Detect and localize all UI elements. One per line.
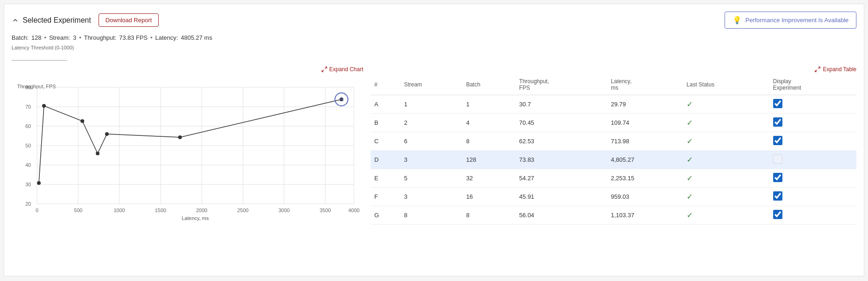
throughput-value: 73.83 FPS	[119, 34, 148, 41]
col-stream: Stream	[400, 74, 462, 95]
cell-id: F	[371, 188, 400, 206]
cell-stream: 8	[400, 206, 462, 225]
col-batch: Batch	[462, 74, 515, 95]
table-row: D312873.834,805.27✓	[371, 151, 856, 169]
cell-throughput: 62.53	[515, 132, 607, 151]
cell-id: C	[371, 132, 400, 151]
title-section: Selected Experiment	[12, 16, 91, 24]
display-checkbox[interactable]	[773, 154, 782, 164]
svg-text:50: 50	[25, 143, 31, 148]
cell-stream[interactable]: 1	[400, 95, 462, 114]
table-row: A1130.729.79✓	[371, 95, 856, 114]
expand-table-arrows-icon	[814, 66, 821, 73]
svg-text:Throughput, FPS: Throughput, FPS	[17, 84, 56, 89]
expand-arrows-icon	[321, 66, 328, 73]
svg-point-39	[105, 132, 109, 136]
display-checkbox[interactable]	[773, 191, 782, 201]
checkmark-icon: ✓	[687, 193, 693, 201]
page-container: Selected Experiment Download Report 💡 Pe…	[4, 4, 864, 276]
svg-point-38	[96, 152, 99, 155]
cell-batch[interactable]: 16	[462, 188, 515, 206]
table-header: # Stream Batch Throughput,FPS Latency,ms…	[371, 74, 856, 95]
threshold-label: Latency Threshold (0-1000)	[12, 45, 856, 50]
cell-display[interactable]	[769, 132, 856, 151]
svg-point-36	[42, 104, 46, 108]
col-id: #	[371, 74, 400, 95]
cell-display[interactable]	[769, 206, 856, 225]
svg-text:3500: 3500	[320, 208, 331, 213]
svg-text:2500: 2500	[237, 208, 248, 213]
svg-text:3000: 3000	[279, 208, 290, 213]
svg-line-1	[322, 70, 323, 72]
expand-chart-label: Expand Chart	[329, 66, 363, 73]
cell-status: ✓	[683, 132, 769, 151]
table-row: F31645.91959.03✓	[371, 188, 856, 206]
cell-display[interactable]	[769, 95, 856, 114]
threshold-input[interactable]	[12, 51, 67, 61]
cell-stream: 3	[400, 151, 462, 169]
dot-1: •	[44, 34, 47, 41]
expand-table-label: Expand Table	[823, 66, 856, 73]
cell-display[interactable]	[769, 151, 856, 169]
stream-value: 3	[73, 34, 76, 41]
cell-throughput: 45.91	[515, 188, 607, 206]
cell-id: D	[371, 151, 400, 169]
expand-chart-button[interactable]: Expand Chart	[321, 66, 363, 73]
cell-latency: 109.74	[607, 114, 683, 132]
table-scroll-area[interactable]: # Stream Batch Throughput,FPS Latency,ms…	[371, 74, 856, 225]
cell-status: ✓	[683, 151, 769, 169]
dot-3: •	[150, 34, 153, 41]
svg-text:40: 40	[25, 162, 31, 168]
svg-text:500: 500	[74, 208, 82, 213]
display-checkbox[interactable]	[773, 136, 782, 145]
cell-display[interactable]	[769, 169, 856, 188]
cell-id: G	[371, 206, 400, 225]
checkmark-icon: ✓	[687, 156, 693, 164]
svg-text:30: 30	[25, 182, 31, 187]
cell-display[interactable]	[769, 114, 856, 132]
checkmark-icon: ✓	[687, 137, 693, 145]
download-report-button[interactable]: Download Report	[99, 13, 159, 27]
cell-batch[interactable]: 1	[462, 95, 515, 114]
display-checkbox[interactable]	[773, 99, 782, 108]
cell-status: ✓	[683, 206, 769, 225]
cell-stream: 3	[400, 188, 462, 206]
perf-banner-text: Performance Improvement Is Available	[745, 17, 849, 24]
svg-text:80: 80	[25, 85, 31, 90]
cell-latency: 713.98	[607, 132, 683, 151]
performance-improvement-banner[interactable]: 💡 Performance Improvement Is Available	[725, 12, 856, 29]
batch-label: Batch:	[12, 34, 29, 41]
cell-batch: 128	[462, 151, 515, 169]
cell-status: ✓	[683, 95, 769, 114]
table-row: B2470.45109.74✓	[371, 114, 856, 132]
svg-text:1500: 1500	[155, 208, 166, 213]
svg-text:20: 20	[25, 201, 31, 207]
latency-label: Latency:	[155, 34, 178, 41]
main-content: Expand Chart Throughput, FPS	[12, 66, 856, 225]
svg-text:0: 0	[36, 208, 38, 213]
cell-display[interactable]	[769, 188, 856, 206]
table-row: G8856.041,103.37✓	[371, 206, 856, 225]
svg-text:Latency, ms: Latency, ms	[182, 215, 209, 221]
stream-label: Stream:	[49, 34, 70, 41]
cell-batch: 4	[462, 114, 515, 132]
svg-line-45	[818, 67, 820, 69]
cell-throughput: 30.7	[515, 95, 607, 114]
cell-status: ✓	[683, 188, 769, 206]
col-display: DisplayExperiment	[769, 74, 856, 95]
throughput-label: Throughput:	[84, 34, 116, 41]
display-checkbox[interactable]	[773, 117, 782, 127]
display-checkbox[interactable]	[773, 173, 782, 182]
svg-point-35	[37, 181, 41, 185]
cell-stream: 6	[400, 132, 462, 151]
chevron-up-icon[interactable]	[12, 17, 19, 24]
table-row: E53254.272,253.15✓	[371, 169, 856, 188]
checkmark-icon: ✓	[687, 100, 693, 108]
expand-table-button[interactable]: Expand Table	[814, 66, 856, 73]
cell-latency: 2,253.15	[607, 169, 683, 188]
display-checkbox[interactable]	[773, 210, 782, 219]
cell-latency: 29.79	[607, 95, 683, 114]
dot-2: •	[79, 34, 81, 41]
svg-point-40	[178, 135, 182, 139]
chart-svg: Throughput, FPS	[12, 74, 363, 222]
